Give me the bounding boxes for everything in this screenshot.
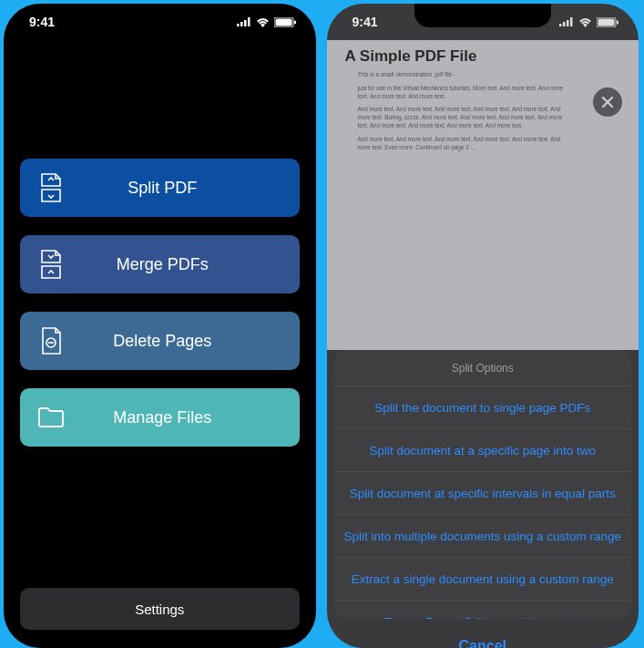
cancel-button[interactable]: Cancel bbox=[334, 626, 632, 648]
wifi-icon bbox=[256, 17, 270, 27]
pdf-line: And more text. And more text. And more t… bbox=[358, 106, 566, 129]
pdf-text: This is a small demonstration .pdf file … bbox=[345, 71, 566, 152]
notch bbox=[414, 4, 551, 27]
cellular-icon bbox=[559, 17, 574, 26]
split-option-single-pages[interactable]: Split the document to single page PDFs bbox=[334, 386, 632, 429]
cellular-icon bbox=[237, 17, 251, 26]
action-sheet-main: Split Options Split the document to sing… bbox=[334, 350, 632, 619]
settings-button[interactable]: Settings bbox=[20, 588, 300, 630]
svg-rect-15 bbox=[617, 20, 618, 24]
battery-icon bbox=[597, 17, 618, 27]
manage-files-label: Manage Files bbox=[67, 408, 285, 427]
svg-rect-6 bbox=[294, 20, 296, 24]
split-pdf-label: Split PDF bbox=[67, 179, 285, 198]
settings-label: Settings bbox=[135, 602, 184, 617]
svg-rect-2 bbox=[244, 20, 247, 26]
merge-pdfs-label: Merge PDFs bbox=[67, 255, 285, 274]
sheet-title: Split Options bbox=[334, 350, 632, 386]
pdf-preview: A Simple PDF File This is a small demons… bbox=[327, 40, 639, 350]
action-sheet: Split Options Split the document to sing… bbox=[334, 350, 632, 648]
battery-icon bbox=[274, 17, 296, 27]
svg-rect-10 bbox=[563, 22, 566, 26]
status-time: 9:41 bbox=[353, 15, 378, 29]
main-menu: Split PDF Merge PDFs Dele bbox=[4, 40, 316, 648]
split-pdf-button[interactable]: Split PDF bbox=[20, 159, 300, 217]
phone-sheet: 9:41 A Simple PDF File This is a small d… bbox=[327, 4, 639, 648]
split-option-custom-range-multi[interactable]: Split into multiple documents using a cu… bbox=[334, 515, 632, 558]
split-option-even-odd[interactable]: Extract Even / Odd paged document bbox=[334, 601, 632, 619]
split-icon bbox=[35, 171, 67, 204]
delete-pages-button[interactable]: Delete Pages bbox=[20, 312, 300, 370]
phone-main: 9:41 Split PDF bbox=[4, 4, 316, 648]
split-option-at-page[interactable]: Split document at a specific page into t… bbox=[334, 429, 632, 472]
close-button[interactable] bbox=[593, 87, 622, 117]
right-body: A Simple PDF File This is a small demons… bbox=[327, 40, 639, 648]
delete-icon bbox=[35, 324, 67, 357]
svg-rect-9 bbox=[559, 24, 562, 26]
pdf-title: A Simple PDF File bbox=[345, 47, 621, 66]
status-indicators bbox=[237, 17, 296, 27]
merge-icon bbox=[35, 248, 67, 281]
split-option-intervals[interactable]: Split document at specific intervals in … bbox=[334, 472, 632, 515]
svg-rect-14 bbox=[598, 18, 615, 26]
delete-pages-label: Delete Pages bbox=[67, 332, 285, 351]
notch bbox=[91, 4, 228, 27]
cancel-label: Cancel bbox=[459, 638, 506, 648]
svg-rect-1 bbox=[240, 22, 243, 26]
status-time: 9:41 bbox=[29, 15, 55, 29]
merge-pdfs-button[interactable]: Merge PDFs bbox=[20, 235, 300, 293]
svg-rect-0 bbox=[237, 24, 240, 26]
close-icon bbox=[601, 96, 614, 108]
svg-rect-11 bbox=[567, 20, 569, 26]
svg-rect-12 bbox=[570, 17, 573, 26]
pdf-line: just for use in the Virtual Mechanics tu… bbox=[358, 85, 566, 101]
folder-icon bbox=[35, 401, 67, 434]
svg-rect-5 bbox=[275, 18, 291, 26]
split-option-custom-range-single[interactable]: Extract a single document using a custom… bbox=[334, 558, 632, 601]
pdf-line: And more text. And more text. And more t… bbox=[358, 136, 566, 152]
status-indicators bbox=[559, 17, 618, 27]
pdf-line: This is a small demonstration .pdf file … bbox=[358, 71, 566, 79]
manage-files-button[interactable]: Manage Files bbox=[20, 388, 300, 447]
svg-rect-3 bbox=[248, 17, 250, 26]
wifi-icon bbox=[578, 17, 592, 27]
